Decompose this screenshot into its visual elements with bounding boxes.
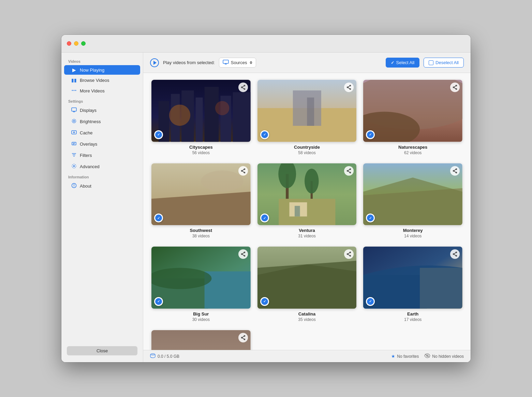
sidebar-item-filters-label: Filters: [80, 153, 92, 158]
sidebar-item-brightness-label: Brightness: [80, 119, 101, 124]
svg-point-59: [456, 89, 457, 90]
video-card-earth[interactable]: ✓ Earth 17 videos: [363, 247, 462, 322]
share-icon[interactable]: [344, 166, 354, 176]
share-icon[interactable]: [238, 166, 248, 176]
sidebar-item-cache[interactable]: Cache: [64, 128, 140, 138]
sidebar-item-displays-label: Displays: [80, 108, 97, 113]
storage-icon: [150, 353, 156, 359]
video-card-southwest[interactable]: ✓ Southwest 38 videos: [151, 163, 251, 239]
sidebar-item-more-videos[interactable]: More Videos: [64, 86, 140, 96]
share-icon[interactable]: [238, 83, 248, 92]
svg-point-65: [201, 170, 243, 191]
maximize-traffic-light[interactable]: [81, 41, 86, 46]
video-title: Southwest: [190, 228, 212, 233]
svg-rect-94: [205, 271, 251, 309]
sidebar-item-now-playing[interactable]: ▶ Now Playing: [64, 65, 140, 75]
play-label: Play videos from selected:: [163, 60, 215, 65]
app-window: Videos ▶ Now Playing ▮▮ Browse Videos Mo…: [61, 35, 471, 362]
svg-point-1: [74, 90, 75, 91]
svg-rect-78: [295, 206, 300, 216]
settings-section-label: Settings: [61, 97, 143, 105]
sources-dropdown[interactable]: Sources: [219, 58, 256, 68]
select-all-label: Select All: [396, 60, 414, 65]
check-badge[interactable]: ✓: [260, 297, 269, 306]
svg-point-51: [350, 89, 351, 90]
video-card-monterey[interactable]: ✓ Monterey 14 videos: [363, 163, 462, 239]
video-count: 38 videos: [192, 234, 210, 238]
thumbnail-wrapper: ✓: [257, 163, 357, 225]
svg-point-24: [73, 165, 75, 167]
share-icon[interactable]: [238, 249, 248, 259]
check-badge-inner: ✓: [155, 298, 162, 305]
minimize-traffic-light[interactable]: [74, 41, 78, 46]
thumbnail-wrapper: ✓: [151, 330, 251, 350]
sidebar-item-displays[interactable]: Displays: [64, 105, 140, 116]
video-count: 14 videos: [404, 234, 422, 238]
sidebar-item-browse-videos[interactable]: ▮▮ Browse Videos: [64, 75, 140, 85]
video-card-countryside[interactable]: ✓ Countryside 58 videos: [257, 80, 357, 155]
close-traffic-light[interactable]: [67, 41, 71, 46]
about-icon: [71, 183, 77, 189]
svg-point-58: [456, 85, 457, 86]
svg-point-112: [456, 252, 457, 253]
svg-point-6: [73, 120, 75, 122]
video-title: Earth: [407, 311, 418, 317]
browse-videos-icon: ▮▮: [71, 77, 77, 83]
sidebar-item-overlays[interactable]: Overlays: [64, 139, 140, 149]
svg-point-87: [456, 168, 457, 170]
share-icon[interactable]: [450, 83, 460, 92]
sources-icon: [223, 60, 229, 65]
share-icon[interactable]: [450, 166, 460, 176]
check-badge[interactable]: ✓: [154, 130, 163, 139]
title-bar: [61, 35, 471, 53]
check-badge[interactable]: ✓: [260, 214, 269, 222]
svg-point-88: [456, 172, 457, 173]
svg-point-42: [244, 89, 245, 90]
svg-point-80: [350, 172, 351, 173]
svg-line-11: [72, 119, 73, 120]
svg-rect-49: [307, 98, 314, 126]
video-card-hawaii[interactable]: ✓ Hawaii 12 videos: [151, 330, 251, 350]
video-grid-container[interactable]: ✓ Cityscapes 56 videos ✓: [143, 73, 471, 350]
sidebar-item-brightness[interactable]: Brightness: [64, 116, 140, 127]
select-all-button[interactable]: ✓ Select All: [386, 58, 419, 68]
check-badge[interactable]: ✓: [366, 130, 375, 139]
chevron-up-icon: [250, 61, 252, 62]
sidebar-item-advanced[interactable]: Advanced: [64, 161, 140, 172]
check-badge[interactable]: ✓: [154, 297, 163, 306]
no-favorites-item: ★ No favorites: [391, 354, 419, 359]
play-circle-icon: [150, 58, 159, 67]
svg-line-107: [348, 253, 350, 254]
svg-point-113: [456, 255, 457, 256]
check-badge[interactable]: ✓: [260, 130, 269, 139]
sidebar-item-about-label: About: [80, 183, 91, 189]
sidebar-item-advanced-label: Advanced: [80, 164, 100, 169]
toolbar: Play videos from selected: Sources ✓ Sel…: [143, 53, 471, 73]
video-card-cityscapes[interactable]: ✓ Cityscapes 56 videos: [151, 80, 251, 155]
close-button[interactable]: Close: [67, 346, 137, 355]
video-card-ventura[interactable]: ✓ Ventura 31 videos: [257, 163, 357, 239]
svg-line-91: [454, 171, 456, 172]
deselect-all-button[interactable]: Deselect All: [424, 58, 464, 68]
share-icon[interactable]: [238, 333, 248, 342]
now-playing-icon: ▶: [71, 67, 77, 73]
video-card-naturescapes[interactable]: ✓ Naturescapes 62 videos: [363, 80, 462, 155]
sidebar-item-about[interactable]: About: [64, 181, 140, 191]
sidebar-item-now-playing-label: Now Playing: [80, 68, 104, 73]
video-card-big-sur[interactable]: ✓ Big Sur 30 videos: [151, 247, 251, 322]
thumbnail-wrapper: ✓: [363, 247, 462, 309]
svg-rect-3: [72, 108, 76, 111]
svg-rect-35: [196, 98, 203, 142]
filters-icon: [71, 152, 77, 159]
more-videos-icon: [71, 88, 77, 94]
svg-line-13: [75, 119, 76, 120]
sidebar-item-filters[interactable]: Filters: [64, 150, 140, 161]
svg-rect-28: [223, 60, 228, 63]
check-badge-inner: ✓: [367, 131, 374, 138]
svg-point-40: [215, 101, 230, 115]
sidebar: Videos ▶ Now Playing ▮▮ Browse Videos Mo…: [61, 53, 143, 362]
svg-rect-117: [151, 330, 251, 350]
svg-point-105: [350, 255, 351, 256]
svg-point-60: [453, 87, 454, 88]
video-card-catalina[interactable]: ✓ Catalina 35 videos: [257, 247, 357, 322]
